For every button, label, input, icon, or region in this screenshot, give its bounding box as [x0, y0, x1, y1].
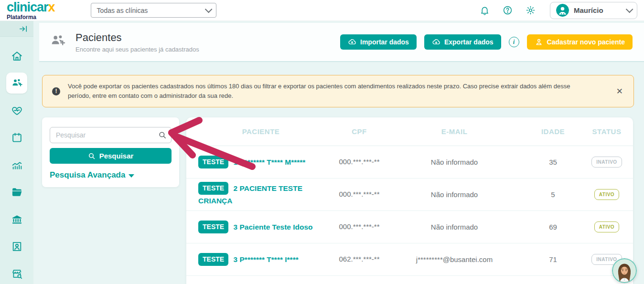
column-header-paciente: PACIENTE	[186, 127, 335, 136]
user-name: Maurício	[574, 6, 621, 14]
patients-table: PACIENTE CPF E-MAIL IDADE STATUS TESTE 1…	[186, 117, 633, 284]
patient-name-cell: TESTE 3 P******* T**** I****	[186, 253, 335, 266]
teste-badge: TESTE	[198, 253, 228, 266]
patient-cpf: 000.***.***-**	[335, 157, 383, 167]
sidebar-item-patients[interactable]	[6, 73, 27, 94]
teste-badge: TESTE	[198, 156, 228, 168]
column-header-status: STATUS	[580, 127, 633, 136]
sidebar-item-files[interactable]	[6, 181, 27, 202]
clinicarx-logo: clinicarx Plataforma	[7, 1, 55, 20]
assistant-avatar-widget[interactable]	[612, 258, 637, 283]
cloud-download-icon	[432, 38, 440, 46]
register-patient-button[interactable]: Cadastrar novo paciente	[527, 34, 633, 50]
teste-badge: TESTE	[198, 182, 228, 195]
patient-status-cell: INATIVO	[580, 157, 633, 168]
sidebar-item-contacts[interactable]	[6, 236, 27, 257]
help-icon[interactable]	[502, 5, 513, 16]
user-menu[interactable]: Maurício	[550, 2, 637, 19]
page-title: Pacientes	[75, 32, 199, 44]
page-header: Pacientes Encontre aqui seus pacientes j…	[39, 23, 644, 62]
notifications-bell-icon[interactable]	[479, 5, 490, 16]
chevron-down-icon	[129, 174, 134, 178]
patient-cpf: 062.***.***-**	[335, 254, 383, 264]
patient-name-cell: TESTE 1 P******* T**** M*****	[186, 156, 335, 168]
search-panel: Pesquisar Pesquisa Avançada	[42, 117, 179, 187]
search-input[interactable]	[50, 127, 172, 143]
sidebar-item-reports[interactable]	[6, 154, 27, 175]
collapse-sidebar-icon[interactable]	[19, 24, 28, 33]
cloud-upload-icon	[348, 38, 356, 46]
clinic-select-dropdown[interactable]: Todas as clínicas	[91, 3, 216, 18]
search-button[interactable]: Pesquisar	[50, 148, 172, 164]
import-data-button[interactable]: Importar dados	[340, 34, 417, 50]
search-icon	[158, 131, 167, 139]
logo-brand: clinicarx	[7, 1, 55, 14]
export-info-banner: ! Você pode exportar os pacientes cadast…	[42, 75, 634, 107]
patient-name-cell: TESTE 2 PACIENTE TESTE CRIANÇA	[186, 182, 335, 207]
patient-table-body: TESTE 1 P******* T**** M***** 000.***.**…	[186, 146, 633, 284]
status-badge: INATIVO	[591, 157, 622, 168]
patients-icon	[50, 33, 66, 51]
column-header-email: E-MAIL	[383, 127, 526, 136]
column-header-cpf: CPF	[335, 127, 383, 136]
banner-text: Você pode exportar os pacientes cadastra…	[68, 82, 607, 101]
chevron-down-icon	[626, 6, 633, 13]
user-avatar-icon	[556, 4, 569, 17]
patient-status-cell: ATIVO	[580, 189, 633, 200]
sidebar-item-health-services[interactable]	[6, 100, 27, 121]
patient-name-link[interactable]: 3 P******* T**** I****	[234, 255, 299, 263]
patient-email: Não informado	[383, 190, 526, 199]
patient-email: Não informado	[383, 223, 526, 231]
patient-status-cell: ATIVO	[580, 221, 633, 232]
table-row: TESTE 2 PACIENTE TESTE CRIANÇA 000.***.*…	[186, 179, 633, 211]
page-subtitle: Encontre aqui seus pacientes já cadastra…	[75, 46, 199, 53]
status-badge: ATIVO	[594, 221, 619, 232]
close-icon[interactable]: ✕	[614, 84, 625, 98]
logo-brand-x: x	[48, 0, 55, 14]
patient-email: Não informado	[383, 158, 526, 166]
status-badge: ATIVO	[594, 189, 619, 200]
patient-age: 5	[526, 190, 580, 199]
sidebar-item-financial[interactable]	[6, 209, 27, 230]
sidebar	[0, 21, 33, 284]
column-header-idade: IDADE	[526, 127, 580, 136]
patient-name-link[interactable]: 1 P******* T**** M*****	[234, 158, 306, 166]
teste-badge: TESTE	[198, 221, 228, 233]
sidebar-item-marketplace[interactable]	[6, 263, 27, 284]
patient-email: j*********@busantei.com	[383, 255, 526, 263]
sidebar-header	[0, 21, 33, 37]
patient-age: 71	[526, 255, 580, 263]
table-row: TESTE 3 Paciente Teste Idoso 000.***.***…	[186, 211, 633, 243]
patient-name-cell: TESTE 3 Paciente Teste Idoso	[186, 221, 335, 233]
sidebar-item-calendar[interactable]	[6, 127, 27, 148]
table-row: TESTE 4 PACIENTE TESTE 000.***.***-**	[186, 276, 633, 284]
patient-cpf: 000.***.***-**	[335, 189, 383, 199]
table-row: TESTE 3 P******* T**** I**** 062.***.***…	[186, 243, 633, 276]
table-header-row: PACIENTE CPF E-MAIL IDADE STATUS	[186, 117, 633, 146]
topbar: clinicarx Plataforma Todas as clínicas M…	[0, 0, 644, 21]
main-content: Pacientes Encontre aqui seus pacientes j…	[33, 21, 644, 284]
advanced-search-link[interactable]: Pesquisa Avançada	[50, 170, 172, 180]
alert-icon: !	[52, 87, 60, 95]
patient-age: 69	[526, 223, 580, 231]
settings-gear-icon[interactable]	[525, 5, 536, 16]
chevron-down-icon	[204, 6, 212, 13]
search-icon	[88, 152, 96, 160]
table-row: TESTE 1 P******* T**** M***** 000.***.**…	[186, 146, 633, 179]
clinic-select-value: Todas as clínicas	[97, 7, 148, 14]
sidebar-item-home[interactable]	[6, 45, 27, 66]
person-icon	[535, 38, 543, 46]
patient-cpf: 000.***.***-**	[335, 222, 383, 231]
logo-subtitle: Plataforma	[7, 14, 55, 20]
patient-age: 35	[526, 158, 580, 166]
info-icon[interactable]: i	[509, 37, 519, 47]
patient-name-link[interactable]: 3 Paciente Teste Idoso	[234, 223, 313, 231]
export-data-button[interactable]: Exportar dados	[424, 34, 501, 50]
